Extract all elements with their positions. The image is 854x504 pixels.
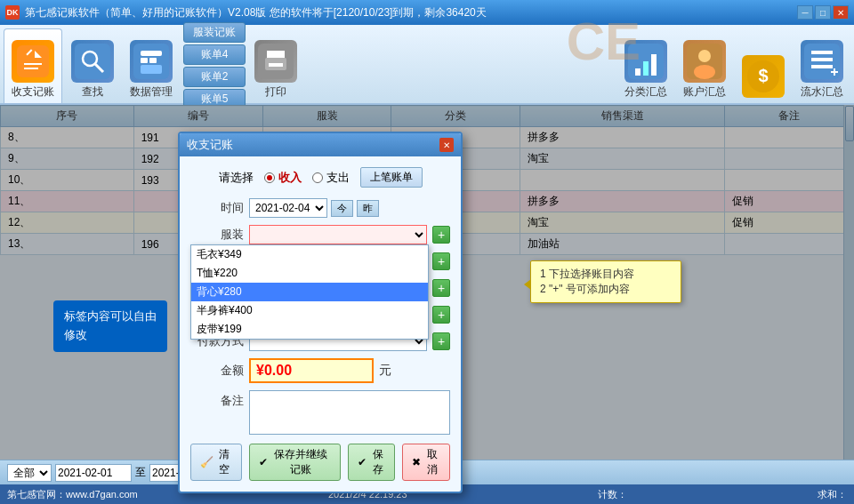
clothes-select[interactable] — [249, 225, 427, 244]
note-textarea[interactable] — [249, 390, 450, 435]
toolbar-item-shuju[interactable]: 数据管理 — [123, 28, 180, 103]
expense-label: 支出 — [326, 170, 350, 186]
label-line2: 修改 — [64, 326, 157, 345]
expense-radio[interactable] — [312, 172, 323, 183]
tooltip-line1: 1 下拉选择账目内容 — [540, 267, 672, 282]
toolbar-item-chazhao[interactable]: 查找 — [64, 28, 121, 103]
dayin-label: 打印 — [265, 84, 286, 100]
time-select[interactable]: 2021-02-04 — [249, 198, 327, 218]
note-row: 备注 — [190, 390, 450, 435]
amount-row: 金额 元 — [190, 358, 450, 383]
amount-input[interactable] — [249, 358, 374, 383]
save-continue-button[interactable]: ✔ 保存并继续记账 — [249, 444, 341, 481]
toolbar-item-zhanghao[interactable]: 账户汇总 — [676, 28, 733, 103]
from-date-input[interactable] — [55, 464, 132, 482]
scope-select[interactable]: 全部 — [7, 464, 52, 482]
channel-add-button[interactable]: + — [432, 306, 450, 324]
dropdown-item-beixing[interactable]: 背心¥280 — [191, 283, 428, 301]
dtab-zhangdan2[interactable]: 账单2 — [183, 67, 246, 87]
maximize-button[interactable]: □ — [815, 5, 831, 20]
income-option[interactable]: 收入 — [264, 170, 302, 186]
clear-label: 清空 — [217, 447, 232, 477]
app-container: 收支记账 查找 — [0, 25, 854, 504]
fenlei-label: 分类汇总 — [624, 84, 667, 100]
title-text: 第七感记账软件（简单、好用的记账软件）V2.08版 您的软件将于[2120/10… — [25, 5, 797, 20]
to-label: 至 — [135, 465, 146, 480]
label-box: 标签内容可以自由 修改 — [53, 300, 167, 352]
toolbar-item-shouzhi[interactable]: 收支记账 — [4, 28, 62, 103]
app-icon: DK — [5, 5, 20, 20]
toolbar-item-fenlei[interactable]: 分类汇总 — [617, 28, 674, 103]
today-button[interactable]: 今 — [331, 200, 353, 217]
yesterday-button[interactable]: 昨 — [357, 200, 379, 217]
cancel-button[interactable]: ✖ 取消 — [402, 444, 450, 481]
fenlei-icon — [624, 40, 667, 83]
content-area: 序号 编号 服装 分类 销售渠道 备注 8、 191 毛衣 女装 拼多多 — [0, 105, 854, 460]
category-add-button[interactable]: + — [432, 252, 450, 270]
clothes-row: 服装 + 毛衣¥349 T恤¥220 背心¥280 半身裤¥400 皮带¥199 — [190, 225, 450, 244]
save-button[interactable]: ✔ 保存 — [348, 444, 396, 481]
toolbar: 收支记账 查找 — [0, 25, 854, 105]
svg-rect-14 — [267, 51, 285, 58]
minimize-button[interactable]: ─ — [797, 5, 813, 20]
svg-rect-11 — [149, 58, 157, 63]
liushui-icon — [801, 40, 843, 83]
save-cont-icon: ✔ — [259, 456, 268, 468]
svg-rect-9 — [141, 65, 162, 74]
close-button[interactable]: ✕ — [833, 5, 849, 20]
cancel-icon: ✖ — [412, 456, 421, 468]
svg-rect-0 — [17, 45, 49, 77]
count-label: 计数： — [598, 488, 627, 501]
clothes-label: 服装 — [190, 227, 244, 243]
income-radio[interactable] — [264, 172, 275, 183]
dropdown-item-txu[interactable]: T恤¥220 — [191, 264, 428, 283]
dtab-zhangdan4[interactable]: 账单4 — [183, 44, 246, 65]
save-icon: ✔ — [358, 456, 367, 468]
title-bar: DK 第七感记账软件（简单、好用的记账软件）V2.08版 您的软件将于[2120… — [0, 0, 854, 25]
toolbar-item-liushui[interactable]: 流水汇总 — [794, 28, 850, 103]
svg-rect-19 — [643, 61, 649, 76]
toolbar-item-dollar[interactable]: $ — [735, 28, 792, 103]
svg-point-23 — [694, 65, 715, 79]
svg-rect-20 — [651, 54, 657, 76]
clothes-add-button[interactable]: + — [432, 226, 450, 244]
toolbar-item-dayin[interactable]: 打印 — [247, 28, 304, 103]
dropdown-tabs: 服装记账 账单4 账单2 账单5 — [183, 28, 246, 103]
svg-rect-16 — [269, 63, 283, 67]
shouzhi-icon — [12, 40, 54, 83]
dropdown-item-maoyie[interactable]: 毛衣¥349 — [191, 245, 428, 264]
svg-rect-5 — [75, 44, 110, 79]
employee-add-button[interactable]: + — [432, 279, 450, 297]
note-label: 备注 — [190, 390, 244, 409]
svg-rect-2 — [24, 68, 38, 69]
window-controls: ─ □ ✕ — [797, 5, 849, 20]
svg-text:$: $ — [758, 66, 768, 85]
dtab-fuzhang[interactable]: 服装记账 — [183, 22, 246, 43]
upload-button[interactable]: 上笔账单 — [360, 167, 423, 188]
shouzhi-label: 收支记账 — [12, 84, 54, 100]
svg-rect-27 — [811, 51, 833, 54]
clear-button[interactable]: 🧹 清空 — [190, 444, 242, 481]
clear-icon: 🧹 — [200, 456, 214, 468]
expense-option[interactable]: 支出 — [312, 170, 350, 186]
website-label: 第七感官网：www.d7gan.com — [7, 488, 138, 501]
amount-label: 金额 — [190, 363, 244, 379]
shuju-label: 数据管理 — [130, 84, 173, 100]
svg-rect-10 — [141, 51, 162, 56]
dialog-title: 收支记账 ✕ — [180, 133, 461, 156]
label-line1: 标签内容可以自由 — [64, 308, 157, 326]
radio-row: 请选择 收入 支出 上笔账单 — [190, 167, 450, 188]
save-label: 保存 — [370, 447, 386, 477]
svg-rect-12 — [141, 58, 148, 63]
save-cont-label: 保存并继续记账 — [271, 447, 331, 477]
dialog-body: 请选择 收入 支出 上笔账单 时间 20 — [180, 156, 461, 492]
chazhao-label: 查找 — [82, 84, 103, 100]
payment-add-button[interactable]: + — [432, 332, 450, 350]
dialog-close-button[interactable]: ✕ — [439, 138, 454, 152]
cancel-label: 取消 — [424, 447, 440, 477]
yuan-label: 元 — [379, 363, 391, 379]
dropdown-item-pidai[interactable]: 皮带¥199 — [191, 320, 428, 339]
svg-rect-28 — [811, 58, 833, 61]
zhanghao-label: 账户汇总 — [683, 84, 726, 100]
dropdown-item-banku[interactable]: 半身裤¥400 — [191, 301, 428, 320]
